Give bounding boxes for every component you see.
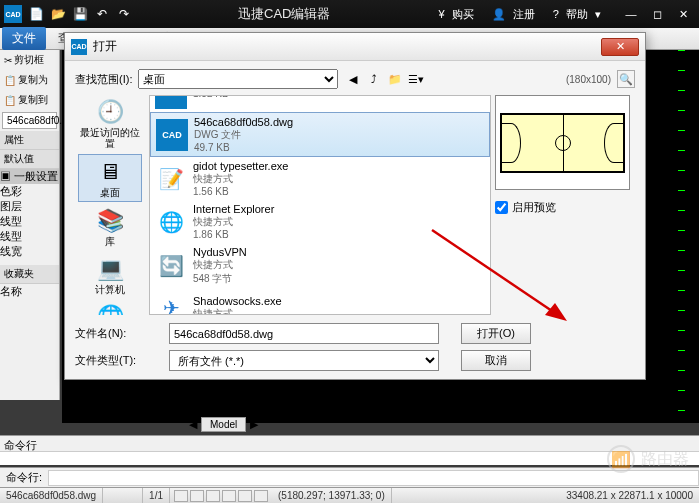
file-menu[interactable]: 文件 [2,27,46,50]
place-computer[interactable]: 💻 计算机 [78,252,142,298]
file-item[interactable]: ✈ Shadowsocks.exe 快捷方式 [150,289,490,315]
qat-undo-icon[interactable]: ↶ [92,4,112,24]
snap-toggle-icon[interactable] [174,490,188,502]
filename-input[interactable] [169,323,439,344]
file-item-selected[interactable]: CAD 546ca68df0d58.dwg DWG 文件 49.7 KB [150,112,490,157]
status-bar: 546ca68df0d58.dwg 1/1 (5180.297; 13971.3… [0,487,699,503]
file-size: 1.02 KB [193,95,229,99]
recent-icon: 🕘 [94,98,126,126]
preview-dimensions: (180x100) [566,74,611,85]
network-icon: 🌐 [94,303,126,315]
search-icon[interactable]: 🔍 [617,70,635,88]
ss-icon: ✈ [155,292,187,315]
enable-preview-checkbox[interactable]: 启用预览 [495,200,635,215]
quick-access-toolbar: 📄 📂 💾 ↶ ↷ [26,4,134,24]
dialog-title-text: 打开 [93,38,601,55]
command-history[interactable] [0,451,699,465]
place-library[interactable]: 📚 库 [78,204,142,250]
file-item[interactable]: 🔄 NydusVPN 快捷方式 548 字节 [150,243,490,289]
status-coords: (5180.297; 13971.33; 0) [272,488,392,503]
prop-color[interactable]: 色彩 [0,184,59,199]
app-title: 迅捷CAD编辑器 [134,5,435,23]
vpn-icon: 🔄 [155,250,187,282]
prop-linetype[interactable]: 线型 [0,214,59,229]
copy-as-button[interactable]: 📋 复制为 [0,70,59,90]
favorites-name: 名称 [0,284,59,299]
dialog-close-button[interactable]: ✕ [601,38,639,56]
new-folder-icon[interactable]: 📁 [386,70,404,88]
grid-toggle-icon[interactable] [190,490,204,502]
properties-header: 属性 [0,131,59,150]
file-name: Shadowsocks.exe [193,295,282,307]
lookin-combo[interactable]: 桌面 [138,69,338,89]
place-network[interactable]: 🌐 网络 [78,300,142,315]
tab-prev-icon[interactable]: ◀ [185,418,201,431]
back-icon[interactable]: ◀ [344,70,362,88]
cut-button[interactable]: ✂ 剪切框 [0,50,59,70]
desktop-icon: 🖥 [94,158,126,186]
place-desktop[interactable]: 🖥 桌面 [78,154,142,202]
polar-toggle-icon[interactable] [222,490,236,502]
file-size: 1.86 KB [193,229,274,240]
defaults-header[interactable]: 默认值 [0,150,59,169]
library-icon: 📚 [94,207,126,235]
close-button[interactable]: ✕ [671,5,695,23]
model-tab[interactable]: Model [201,417,246,432]
open-button[interactable]: 打开(O) [461,323,531,344]
titlebar: CAD 📄 📂 💾 ↶ ↷ 迅捷CAD编辑器 ¥ 购买 👤 注册 ? 帮助 ▾ … [0,0,699,28]
file-size: 49.7 KB [194,142,293,153]
qat-open-icon[interactable]: 📂 [48,4,68,24]
buy-link[interactable]: ¥ 购买 [435,5,482,24]
filetype-label: 文件类型(T): [75,353,161,368]
ortho-toggle-icon[interactable] [206,490,220,502]
place-label: 计算机 [95,284,125,295]
file-list[interactable]: CAD 1.02 KB CAD 546ca68df0d58.dwg DWG 文件… [149,95,491,315]
layout-tabs: ◀ Model ▶ [185,415,262,433]
file-item[interactable]: CAD 1.02 KB [150,95,490,112]
file-type: 快捷方式 [193,307,282,315]
qat-redo-icon[interactable]: ↷ [114,4,134,24]
status-filename: 546ca68df0d58.dwg [0,488,103,503]
places-bar: 🕘 最近访问的位置 🖥 桌面 📚 库 💻 计算机 🌐 网络 [75,95,145,315]
file-type: 快捷方式 [193,258,247,272]
tab-next-icon[interactable]: ▶ [246,418,262,431]
prop-lineweight[interactable]: 线宽 [0,244,59,259]
file-type: 快捷方式 [193,172,288,186]
place-recent[interactable]: 🕘 最近访问的位置 [78,95,142,152]
cad-file-icon: CAD [156,119,188,151]
ruler-vertical [678,50,685,423]
computer-icon: 💻 [94,255,126,283]
views-icon[interactable]: ☰▾ [407,70,425,88]
register-link[interactable]: 👤 注册 [488,5,543,24]
dialog-icon: CAD [71,39,87,55]
preview-checkbox-input[interactable] [495,201,508,214]
command-line-row: 命令行: [0,467,699,487]
help-link[interactable]: ? 帮助 ▾ [549,5,605,24]
filetype-combo[interactable]: 所有文件 (*.*) [169,350,439,371]
copy-to-button[interactable]: 📋 复制到 [0,90,59,110]
general-section[interactable]: ▣ 一般设置 [0,169,59,184]
qat-save-icon[interactable]: 💾 [70,4,90,24]
status-zoom: 33408.21 x 22871.1 x 10000 [560,490,699,501]
cancel-button[interactable]: 取消 [461,350,531,371]
minimize-button[interactable]: — [619,5,643,23]
prop-layer[interactable]: 图层 [0,199,59,214]
ie-icon: 🌐 [155,206,187,238]
command-input[interactable] [48,470,699,486]
file-item[interactable]: 🌐 Internet Explorer 快捷方式 1.86 KB [150,200,490,243]
file-size: 1.56 KB [193,186,288,197]
file-item[interactable]: 📝 gidot typesetter.exe 快捷方式 1.56 KB [150,157,490,200]
file-name: gidot typesetter.exe [193,160,288,172]
maximize-button[interactable]: ◻ [645,5,669,23]
up-icon[interactable]: ⤴ [365,70,383,88]
dialog-titlebar: CAD 打开 ✕ [65,33,645,61]
place-label: 桌面 [100,187,120,198]
lookin-label: 查找范围(I): [75,72,132,87]
preview-drawing [500,113,625,173]
osnap-toggle-icon[interactable] [238,490,252,502]
prop-linetype2[interactable]: 线型 [0,229,59,244]
qat-new-icon[interactable]: 📄 [26,4,46,24]
document-tab[interactable]: 546ca68df0... [2,112,57,129]
otrack-toggle-icon[interactable] [254,490,268,502]
exe-icon: 📝 [155,163,187,195]
